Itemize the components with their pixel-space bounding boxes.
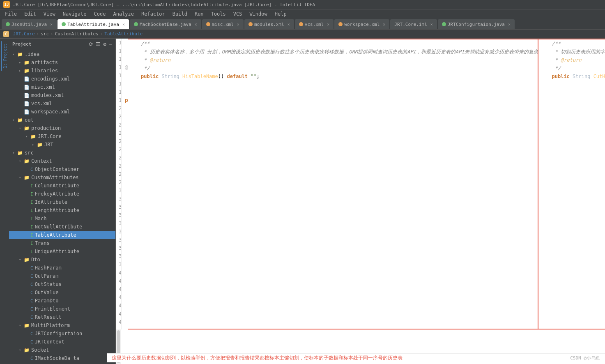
tree-socket[interactable]: ▾ 📁 Socket	[9, 346, 115, 354]
sidebar-title: Project	[12, 41, 31, 47]
tree-lengthattribute[interactable]: ▸ I LengthAttribute	[9, 206, 115, 214]
menu-analyze[interactable]: Analyze	[110, 10, 137, 18]
tree-columnattribute[interactable]: ▸ I ColumnAttribute	[9, 182, 115, 190]
bottom-note-text: 这里为什么要历史数据切割列，以检验举例，方便把报告和报告结果都按标本主键切割，使…	[112, 355, 403, 362]
breadcrumb-src[interactable]: src	[41, 31, 49, 37]
sync-icon[interactable]: ⟳	[89, 41, 93, 47]
tree-context[interactable]: ▾ 📁 Context	[9, 157, 115, 165]
tab-jsonutil[interactable]: JsonUtil.java ×	[2, 19, 57, 29]
tree-printelement[interactable]: ▸ C PrintElement	[9, 305, 115, 313]
tree-trans[interactable]: ▸ I Trans	[9, 239, 115, 247]
tree-outvalue[interactable]: ▸ C OutValue	[9, 288, 115, 297]
menu-help[interactable]: Help	[271, 10, 290, 18]
project-panel-tab[interactable]: 1: Project	[1, 41, 9, 71]
tree-modules[interactable]: ▸ 📄 modules.xml	[9, 91, 115, 99]
left-panel-tabs: 1: Project	[0, 39, 9, 364]
tree-mach[interactable]: ▸ I Mach	[9, 214, 115, 223]
tree-idea[interactable]: ▾ 📁 .idea	[9, 50, 115, 58]
code-line-39: /**	[540, 39, 605, 48]
tab-machsocketbase[interactable]: MachSocketBase.java ×	[130, 19, 201, 29]
tree-artifacts[interactable]: ▸ 📁 artifacts	[9, 58, 115, 67]
bottom-note-bar: 这里为什么要历史数据切割列，以检验举例，方便把报告和报告结果都按标本主键切割，使…	[107, 353, 605, 362]
tab-workspacexml[interactable]: workspace.xml ×	[334, 19, 389, 29]
menu-refactor[interactable]: Refactor	[138, 10, 168, 18]
tab-jrtcoreiml[interactable]: JRT.Core.iml ×	[390, 19, 437, 29]
window-title: JRT.Core [D:\JREPlan\Common\JRT.Core] – …	[13, 2, 315, 7]
tab-close-tableattribute[interactable]: ×	[122, 22, 125, 27]
sidebar: Project ⟳ ☰ ⚙ − ▾ 📁 .idea ▸ 📁 artifacts …	[9, 39, 116, 364]
tab-close-jrtconfigurtaion[interactable]: ×	[508, 22, 511, 27]
code-line-41: * @return	[540, 56, 605, 64]
tree-jrtcontext[interactable]: ▸ C JRTContext	[9, 338, 115, 346]
tree-jrtconfigurtaion-class[interactable]: ▸ C JRTConfigurtaion	[9, 329, 115, 338]
menu-run[interactable]: Run	[191, 10, 207, 18]
breadcrumb-jrtcore[interactable]: C JRT.Core	[3, 31, 35, 37]
menu-file[interactable]: File	[2, 10, 20, 18]
breadcrumb-customattributes[interactable]: CustomAttributes	[55, 31, 99, 37]
tab-close-modulesxml[interactable]: ×	[288, 22, 290, 27]
tree-idattribute[interactable]: ▸ I IdAttribute	[9, 198, 115, 206]
credit-text: CSDN @小乌鱼	[570, 355, 600, 361]
tree-libraries[interactable]: ▸ 📁 libraries	[9, 67, 115, 75]
tree-uniqueattribute[interactable]: ▸ I UniqueAttribute	[9, 247, 115, 256]
tab-miscxml[interactable]: misc.xml ×	[202, 19, 244, 29]
menu-tools[interactable]: Tools	[208, 10, 229, 18]
code-line-34: * 历史表实体名称，多个用 分割，ORM按设定的历史表数据行数往多个历史表依次转…	[129, 48, 538, 56]
breadcrumb-tableattribute[interactable]: TableAttribute	[104, 31, 143, 37]
tab-close-workspacexml[interactable]: ×	[383, 22, 385, 27]
tab-close-jsonutil[interactable]: ×	[50, 22, 53, 27]
tree-outstatus[interactable]: ▸ C OutStatus	[9, 280, 115, 288]
code-line-42: */	[540, 64, 605, 72]
tree-vcs[interactable]: ▸ 📄 vcs.xml	[9, 99, 115, 108]
tree-jrtcore[interactable]: ▾ 📁 JRT.Core	[9, 132, 115, 141]
code-line-40: * 切割历史表所用的字段，不给默认就是主键，给了的话按给的列的值除以维护的历史表…	[540, 48, 605, 56]
menu-view[interactable]: View	[40, 10, 59, 18]
line-numbers: 12 13 14 15 16 17 18 19 20 21 22 23 24 2…	[116, 39, 122, 329]
tree-production[interactable]: ▾ 📁 production	[9, 124, 115, 132]
code-editor[interactable]: 💡 12	[116, 39, 605, 329]
code-content[interactable]: @Retention(RetentionPolicy.RUNTIME) publ…	[122, 39, 128, 329]
filter-icon[interactable]: ☰	[96, 41, 101, 47]
tree-jrt[interactable]: ▸ 📁 JRT	[9, 141, 115, 149]
tree-tableattribute[interactable]: ▸ I TableAttribute	[9, 231, 115, 239]
breadcrumb: C JRT.Core › src › CustomAttributes › Ta…	[0, 30, 605, 39]
tree-outparam[interactable]: ▸ C OutParam	[9, 272, 115, 280]
tree-workspace[interactable]: ▸ 📄 workspace.xml	[9, 108, 115, 116]
code-line-36: */	[129, 64, 538, 72]
tree-encodings[interactable]: ▸ 📄 encodings.xml	[9, 75, 115, 83]
tab-close-vcsxml[interactable]: ×	[327, 22, 329, 27]
tree-frekeyattribute[interactable]: ▸ I FrekeyAttribute	[9, 190, 115, 198]
tree-notnullattribute[interactable]: ▸ I NotNullAttribute	[9, 223, 115, 231]
tree-retresult[interactable]: ▸ C RetResult	[9, 313, 115, 321]
settings-icon[interactable]: ⚙	[103, 41, 106, 47]
tab-tableattribute[interactable]: TableAttribute.java ×	[58, 19, 129, 29]
tree-misc[interactable]: ▸ 📄 misc.xml	[9, 83, 115, 91]
tab-close-machsocketbase[interactable]: ×	[195, 22, 197, 27]
tab-jrtconfigurtaion[interactable]: JRTConfigurtaion.java ×	[438, 19, 515, 29]
sidebar-icons: ⟳ ☰ ⚙ −	[89, 41, 112, 47]
main-area: 1: Project Project ⟳ ☰ ⚙ − ▾ 📁 .idea ▸ 📁…	[0, 39, 605, 364]
tab-modulesxml[interactable]: modules.xml ×	[244, 19, 294, 29]
tree-paramdto[interactable]: ▸ C ParamDto	[9, 297, 115, 305]
tab-vcsxml[interactable]: vcs.xml ×	[295, 19, 334, 29]
menu-window[interactable]: Window	[246, 10, 270, 18]
minimize-icon[interactable]: −	[109, 41, 112, 47]
breadcrumb-sep3: ›	[100, 31, 103, 37]
tree-dto[interactable]: ▾ 📁 Dto	[9, 256, 115, 264]
menu-navigate[interactable]: Navigate	[60, 10, 90, 18]
menu-vcs[interactable]: VCS	[230, 10, 246, 18]
menu-build[interactable]: Build	[169, 10, 191, 18]
breadcrumb-sep2: ›	[51, 31, 53, 37]
tree-customattributes[interactable]: ▾ 📁 CustomAttributes	[9, 173, 115, 182]
tree-objectcontainer[interactable]: ▸ C ObjectContainer	[9, 165, 115, 173]
tree-out[interactable]: ▾ 📁 out	[9, 116, 115, 124]
tree-hashparam[interactable]: ▸ C HashParam	[9, 264, 115, 272]
tab-close-jrtcoreiml[interactable]: ×	[430, 22, 433, 27]
tree-imachsocketdata[interactable]: ▸ C IMachSockeDa ta	[9, 354, 115, 362]
tab-close-miscxml[interactable]: ×	[237, 22, 239, 27]
menu-code[interactable]: Code	[91, 10, 109, 18]
tree-multiplatform[interactable]: ▾ 📁 MultiPlatform	[9, 321, 115, 329]
tree-src[interactable]: ▾ 📁 src	[9, 149, 115, 157]
breadcrumb-sep1: ›	[37, 31, 39, 37]
menu-edit[interactable]: Edit	[21, 10, 39, 18]
